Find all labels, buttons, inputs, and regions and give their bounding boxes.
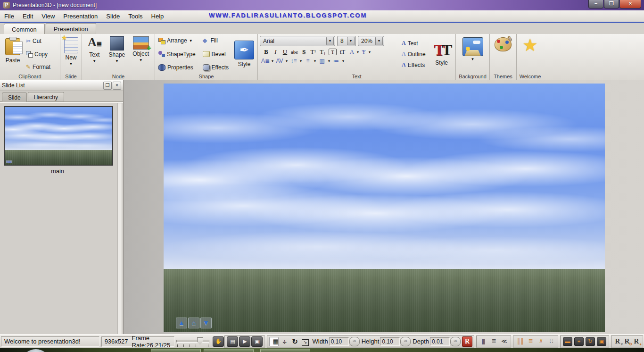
menu-slide[interactable]: Slide (102, 11, 124, 21)
underline-button[interactable]: U (281, 48, 289, 56)
italic-button[interactable]: I (271, 48, 280, 56)
bold-button[interactable]: B (262, 48, 271, 56)
windows-taskbar[interactable] (0, 348, 644, 352)
list-button[interactable]: ≔ (331, 58, 341, 64)
text-strike-style-button[interactable]: Ŧ (359, 48, 368, 56)
restore-button[interactable]: ❐ (604, 0, 619, 8)
space-rows-button[interactable]: ≣ (526, 337, 535, 346)
tab-presentation[interactable]: Presentation (46, 23, 96, 34)
width-field[interactable]: 0.10 (329, 337, 349, 346)
letter-height-button[interactable]: A≣ (261, 58, 270, 64)
scale-tool[interactable]: ↘ (300, 337, 310, 346)
superscript-button[interactable]: T¹ (309, 48, 318, 56)
properties-button[interactable]: Properties (157, 64, 200, 71)
nav-down-button[interactable]: ▼ (200, 318, 212, 328)
shape-effects-button[interactable]: Effects (201, 64, 230, 71)
themes-button[interactable]: ✎ (493, 37, 513, 52)
shape-node-button[interactable]: Shape ▼ (107, 36, 127, 72)
width-spinner[interactable]: ≋ (349, 337, 360, 346)
zoom-slider[interactable] (176, 336, 210, 347)
reset-r1-button[interactable]: R▾ (613, 337, 622, 346)
node-rotate-button[interactable]: ↻ (586, 337, 595, 346)
text-outline-color-button[interactable]: A (347, 48, 356, 56)
text-color-button[interactable]: A Text (400, 39, 430, 47)
taskbar-button[interactable] (151, 349, 201, 352)
kerning-button[interactable]: AV (275, 58, 284, 64)
paste-button[interactable]: Paste (4, 36, 22, 72)
depth-field[interactable]: 0.01 (430, 337, 450, 346)
subscript-button[interactable]: T₁ (318, 48, 327, 56)
fill-button[interactable]: ◆ Fill (201, 37, 230, 44)
panel-close-button[interactable]: × (113, 82, 121, 90)
background-button[interactable]: ▼ (461, 37, 485, 62)
space-columns-button[interactable]: ║║ (515, 337, 525, 346)
strikethrough-button[interactable]: abc (290, 49, 299, 55)
play-button[interactable]: ▶ (239, 336, 250, 347)
reset-r3-button[interactable]: R● (632, 337, 641, 346)
pan-hand-button[interactable]: ✋ (213, 336, 224, 347)
depth-spinner[interactable]: ≋ (450, 337, 461, 346)
copy-button[interactable]: Copy (25, 50, 52, 58)
space-slant-button[interactable]: // (536, 337, 545, 346)
fullscreen-button[interactable]: ▣ (251, 336, 263, 347)
format-painter-button[interactable]: ✎ Format (25, 63, 52, 71)
menu-tools[interactable]: Tools (124, 11, 147, 21)
text-shadow-button[interactable]: S (299, 48, 308, 56)
taskbar-button[interactable] (204, 349, 254, 352)
menu-help[interactable]: Help (147, 11, 168, 21)
menu-view[interactable]: View (37, 11, 59, 21)
panel-scrollbar[interactable] (117, 103, 122, 336)
shapetype-button[interactable]: ShapeType (157, 50, 200, 58)
node-add-button[interactable]: + (574, 337, 584, 346)
viewport-3d[interactable]: ▲ ⌂ ▼ (164, 84, 605, 332)
slide-thumbnail[interactable]: P3D (4, 106, 113, 166)
scatter-button[interactable]: ∷ (546, 337, 556, 346)
move-tool[interactable]: ↔ ↕ (280, 337, 289, 346)
reset-transform-button[interactable]: R (462, 336, 472, 347)
shape-style-button[interactable]: ✒ Style (233, 36, 256, 72)
font-size-select[interactable]: 8 ▼ (337, 36, 356, 46)
welcome-button[interactable]: ★ (521, 37, 539, 54)
line-spacing-button[interactable]: ↕≡ (289, 58, 298, 64)
node-fill-button[interactable]: ▣ (597, 337, 606, 346)
panel-tab-slide[interactable]: Slide (2, 92, 27, 102)
fan-layout-button[interactable]: ≪ (499, 337, 509, 346)
start-orb[interactable] (21, 349, 51, 352)
align-button[interactable]: ≡ (303, 58, 313, 64)
text-case-button[interactable]: tT (338, 48, 347, 56)
bevel-button[interactable]: Bevel (201, 50, 230, 58)
text-style-button[interactable]: TT Style (432, 36, 451, 72)
height-field[interactable]: 0.10 (380, 337, 400, 346)
font-family-select[interactable]: Arial ▼ (260, 36, 335, 46)
panel-tab-hierarchy[interactable]: Hierarchy (28, 92, 64, 101)
menu-edit[interactable]: Edit (18, 11, 37, 21)
height-spinner[interactable]: ≋ (400, 337, 411, 346)
outline-button[interactable]: A Outline (400, 50, 430, 58)
node-equal-button[interactable]: ▬ (563, 337, 572, 346)
nav-up-button[interactable]: ▲ (176, 318, 187, 328)
text-node-button[interactable]: A≣ Text ▼ (86, 36, 103, 72)
distribute-vertical-button[interactable]: ||| (479, 337, 488, 346)
text-effects-button[interactable]: A Effects (400, 61, 430, 69)
nav-home-button[interactable]: ⌂ (188, 318, 199, 328)
tab-common[interactable]: Common (4, 24, 45, 34)
zoom-select[interactable]: 20% ▼ (358, 36, 384, 46)
select-box-tool[interactable]: ▦ (269, 337, 279, 346)
taskbar-button[interactable] (260, 349, 310, 352)
new-slide-button[interactable]: ★ New ▼ (63, 37, 80, 67)
arrange-button[interactable]: Arrange ▼ (157, 37, 200, 44)
boxed-text-button[interactable]: T (329, 49, 337, 55)
columns-button[interactable]: ▥ (317, 58, 327, 64)
align-left-button[interactable]: ≣ (489, 337, 498, 346)
cut-button[interactable]: ✂ Cut (25, 37, 52, 45)
slide-thumbnail-item[interactable]: P3D main (4, 106, 111, 175)
panel-float-button[interactable]: ❐ (103, 82, 112, 90)
rotate-tool[interactable]: ↻ (290, 337, 299, 346)
minimize-button[interactable]: – (588, 0, 603, 8)
menu-presentation[interactable]: Presentation (59, 11, 102, 21)
menu-file[interactable]: File (0, 11, 18, 21)
slider-thumb[interactable] (197, 337, 203, 345)
record-button[interactable]: ▤ (227, 336, 238, 347)
close-button[interactable]: × (619, 0, 641, 8)
object-node-button[interactable]: + Object ▼ (131, 36, 150, 72)
